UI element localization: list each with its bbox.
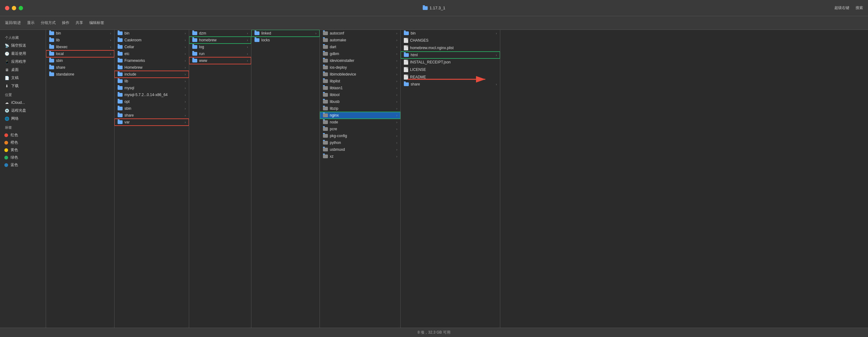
linked-folder[interactable]: linked › [251, 30, 319, 37]
plist-file[interactable]: homebrew.mxcl.nginx.plist [401, 44, 500, 52]
chevron-icon: › [396, 114, 397, 117]
list-item[interactable]: locks [251, 37, 319, 43]
title-folder-icon [423, 6, 428, 10]
list-item[interactable]: log › [189, 43, 251, 50]
folder-app-icon [323, 100, 328, 104]
list-item[interactable]: libusb › [320, 98, 400, 105]
changes-file[interactable]: CHANGES [401, 37, 500, 44]
list-item[interactable]: ideviceinstaller › [320, 57, 400, 64]
chevron-icon: › [110, 52, 111, 56]
list-item[interactable]: libzip › [320, 105, 400, 112]
list-item[interactable]: python › [320, 139, 400, 146]
sidebar-item-recent[interactable]: 🕐 最近使用 [1, 50, 44, 58]
list-item[interactable]: libplist › [320, 78, 400, 85]
column-2: bin › Caskroom › Cellar › etc › Framewor… [115, 30, 189, 328]
www-folder[interactable]: www › [189, 57, 251, 64]
main-content: 个人收藏 📡 隔空投送 🕐 最近使用 📱 应用程序 🖥 桌面 📄 文稿 ⬇ 下载… [0, 30, 868, 328]
folder-app-icon [323, 93, 328, 97]
list-item[interactable]: Frameworks › [115, 57, 189, 64]
folder-app-icon [323, 141, 328, 144]
list-item[interactable]: autoconf › [320, 30, 400, 37]
group-button[interactable]: 分组方式 [41, 20, 56, 26]
include-folder[interactable]: include › [115, 71, 189, 78]
receipt-file[interactable]: INSTALL_RECEIPT.json [401, 59, 500, 66]
list-item[interactable]: etc › [115, 50, 189, 57]
chevron-icon: › [396, 155, 397, 158]
chevron-icon: › [496, 83, 497, 86]
readme-file[interactable]: README [401, 73, 500, 81]
list-item[interactable]: Homebrew › [115, 64, 189, 71]
share-folder[interactable]: share › [401, 81, 500, 88]
list-item[interactable]: share [46, 64, 114, 71]
list-item[interactable]: bin › [115, 30, 189, 37]
chevron-icon: › [396, 73, 397, 76]
list-item[interactable]: mysql-5.7.2...0.14-x86_64 › [115, 91, 189, 98]
list-item[interactable]: dzm › [189, 30, 251, 37]
list-item[interactable]: opt › [115, 98, 189, 105]
sidebar-item-network[interactable]: 🌐 网络 [1, 115, 44, 123]
sidebar-tag-green[interactable]: 绿色 [1, 154, 44, 161]
share-button[interactable]: 共享 [75, 20, 83, 26]
sidebar-item-apps[interactable]: 📱 应用程序 [1, 58, 44, 66]
super-right-key[interactable]: 超级右键 [834, 5, 849, 10]
folder-icon [49, 66, 54, 69]
sidebar-tag-blue[interactable]: 蓝色 [1, 161, 44, 168]
display-button[interactable]: 显示 [27, 20, 34, 26]
list-item[interactable]: libimobiledevice › [320, 71, 400, 78]
list-item[interactable]: sbin [46, 57, 114, 64]
list-item[interactable]: gdbm › [320, 50, 400, 57]
sidebar-item-remote-disk[interactable]: 💿 远程光盘 [1, 107, 44, 114]
folder-icon [49, 59, 54, 63]
folder-app-icon [323, 66, 328, 69]
list-item[interactable]: bin › [401, 30, 500, 37]
action-button[interactable]: 操作 [62, 20, 69, 26]
list-item[interactable]: pcre › [320, 126, 400, 132]
list-item[interactable]: lib › [46, 37, 114, 43]
maximize-button[interactable] [19, 6, 23, 10]
personal-section-title: 个人收藏 [0, 33, 46, 41]
list-item[interactable]: usbmuxd › [320, 146, 400, 153]
local-folder[interactable]: local › [46, 50, 114, 57]
folder-icon [254, 31, 259, 35]
list-item[interactable]: run › [189, 50, 251, 57]
list-item[interactable]: libexec › [46, 43, 114, 50]
edit-tags-button[interactable]: 编辑标签 [89, 20, 104, 26]
var-folder[interactable]: var › [115, 119, 189, 126]
list-item[interactable]: pkg-config › [320, 132, 400, 139]
list-item[interactable]: standalone [46, 71, 114, 78]
minimize-button[interactable] [12, 6, 16, 10]
list-item[interactable]: libtool › [320, 91, 400, 98]
sidebar-item-downloads[interactable]: ⬇ 下载 [1, 82, 44, 90]
folder-icon [404, 82, 409, 86]
list-item[interactable]: lib › [115, 78, 189, 85]
html-folder[interactable]: html › [401, 52, 500, 59]
list-item[interactable]: libtasn1 › [320, 85, 400, 91]
sidebar-item-icloud[interactable]: ☁ iCloud... [1, 99, 44, 106]
chevron-icon: › [396, 93, 397, 97]
close-button[interactable] [5, 6, 9, 10]
back-forward-button[interactable]: 返回/前进 [5, 20, 21, 26]
list-item[interactable]: ios-deploy › [320, 64, 400, 71]
sidebar-tag-orange[interactable]: 橙色 [1, 139, 44, 146]
sidebar-tag-yellow[interactable]: 黄色 [1, 146, 44, 154]
sidebar-item-docs[interactable]: 📄 文稿 [1, 74, 44, 82]
list-item[interactable]: automake › [320, 37, 400, 43]
search-button[interactable]: 搜索 [856, 5, 863, 10]
list-item[interactable]: Caskroom › [115, 37, 189, 43]
chevron-icon: › [185, 52, 186, 56]
sidebar-tag-red[interactable]: 红色 [1, 132, 44, 139]
sidebar-item-desktop[interactable]: 🖥 桌面 [1, 66, 44, 74]
license-file[interactable]: LICENSE [401, 66, 500, 73]
list-item[interactable]: Cellar › [115, 43, 189, 50]
list-item[interactable]: dart › [320, 43, 400, 50]
list-item[interactable]: xz › [320, 153, 400, 160]
list-item[interactable]: mysql › [115, 85, 189, 91]
sidebar-item-airdrop[interactable]: 📡 隔空投送 [1, 42, 44, 49]
homebrew-folder[interactable]: homebrew › [189, 37, 251, 43]
nginx-folder[interactable]: nginx › [320, 112, 400, 119]
list-item[interactable]: bin › [46, 30, 114, 37]
list-item[interactable]: sbin › [115, 105, 189, 112]
list-item[interactable]: share › [115, 112, 189, 119]
folder-icon [118, 72, 123, 76]
list-item[interactable]: node › [320, 119, 400, 126]
